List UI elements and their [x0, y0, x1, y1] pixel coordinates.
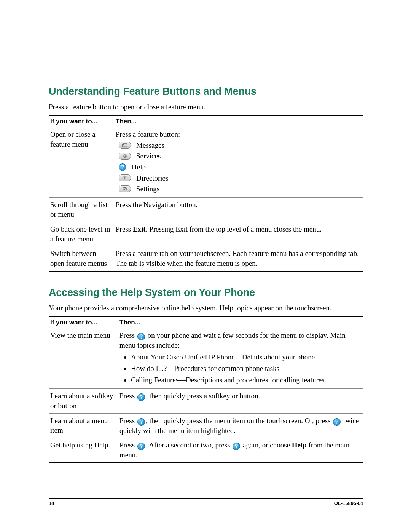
- col-header-then: Then...: [118, 316, 363, 328]
- want-cell: Get help using Help: [49, 438, 118, 463]
- feature-btn-directories: Directories: [119, 173, 361, 183]
- col-header-want: If you want to...: [49, 115, 114, 127]
- col-header-want: If you want to...: [49, 316, 118, 328]
- table-row: Get help using Help Press . After a seco…: [49, 438, 363, 463]
- table-row: Learn about a softkey or button Press , …: [49, 389, 363, 413]
- svg-rect-0: [123, 144, 127, 147]
- then-mid: . After a second or two, press: [146, 441, 232, 449]
- help-topics-list: About Your Cisco Unified IP Phone—Detail…: [119, 352, 361, 385]
- feature-btn-label: Directories: [136, 173, 168, 183]
- feature-btn-messages: Messages: [119, 141, 361, 150]
- then-cell: Press , then quickly press the menu item…: [118, 413, 363, 438]
- services-icon: [119, 153, 131, 160]
- table-row: Switch between open feature menus Press …: [49, 246, 363, 271]
- svg-point-8: [141, 448, 142, 449]
- table-row: Scroll through a list or menu Press the …: [49, 197, 363, 222]
- table-row: Learn about a menu item Press , then qui…: [49, 413, 363, 438]
- svg-rect-3: [123, 188, 126, 190]
- want-cell: Switch between open feature menus: [49, 246, 114, 271]
- feature-btn-help: Help: [119, 162, 361, 172]
- then-cell: Press a feature button: Messages Service…: [114, 127, 363, 198]
- then-lead: Press a feature button:: [116, 129, 361, 139]
- feature-btn-services: Services: [119, 151, 361, 161]
- table-row: Go back one level in a feature menu Pres…: [49, 222, 363, 246]
- then-pre: Press: [119, 392, 137, 400]
- help-icon: [137, 333, 145, 340]
- then-post: , then quickly press a softkey or button…: [146, 392, 260, 400]
- page-footer: 14 OL-15895-01: [49, 498, 363, 506]
- help-system-table: If you want to... Then... View the main …: [49, 316, 363, 463]
- svg-point-5: [141, 399, 142, 399]
- help-icon: [137, 418, 145, 426]
- feature-btn-label: Services: [136, 151, 161, 161]
- help-icon: [119, 163, 126, 171]
- svg-point-9: [236, 448, 237, 449]
- help-icon: [333, 418, 341, 426]
- page-number: 14: [49, 500, 54, 506]
- messages-icon: [119, 142, 131, 149]
- section-heading: Accessing the Help System on Your Phone: [49, 287, 363, 299]
- want-cell: Go back one level in a feature menu: [49, 222, 114, 246]
- want-cell: View the main menu: [49, 328, 118, 389]
- col-header-then: Then...: [114, 115, 363, 127]
- then-mid: , then quickly press the menu item on th…: [146, 417, 332, 425]
- feature-buttons-table: If you want to... Then... Open or close …: [49, 115, 363, 272]
- want-cell: Learn about a menu item: [49, 413, 118, 438]
- then-bold: Help: [292, 441, 307, 449]
- then-pre: Press: [116, 225, 133, 233]
- then-post: on your phone and wait a few seconds for…: [119, 331, 346, 349]
- feature-btn-label: Help: [132, 162, 146, 172]
- then-pre: Press: [119, 417, 137, 425]
- then-pre: Press: [119, 441, 137, 449]
- list-item: Calling Features—Descriptions and proced…: [131, 375, 361, 385]
- feature-btn-label: Messages: [136, 141, 164, 150]
- then-cell: Press Exit. Pressing Exit from the top l…: [114, 222, 363, 246]
- then-cell: Press on your phone and wait a few secon…: [118, 328, 363, 389]
- settings-icon: [119, 185, 131, 192]
- then-cell: Press a feature tab on your touchscreen.…: [114, 246, 363, 271]
- svg-point-7: [337, 423, 338, 424]
- then-cell: Press . After a second or two, press aga…: [118, 438, 363, 463]
- section-intro: Your phone provides a comprehensive onli…: [49, 304, 363, 312]
- list-item: About Your Cisco Unified IP Phone—Detail…: [131, 352, 361, 362]
- help-icon: [137, 393, 145, 401]
- svg-point-4: [141, 338, 142, 339]
- help-icon: [233, 443, 240, 450]
- want-cell: Scroll through a list or menu: [49, 197, 114, 222]
- section-heading: Understanding Feature Buttons and Menus: [49, 86, 363, 97]
- help-icon: [137, 443, 145, 450]
- then-post: . Pressing Exit from the top level of a …: [146, 225, 322, 233]
- then-post1: again, or choose: [241, 441, 292, 449]
- directories-icon: [119, 174, 131, 181]
- table-row: Open or close a feature menu Press a fea…: [49, 127, 363, 198]
- want-cell: Open or close a feature menu: [49, 127, 114, 198]
- svg-point-2: [122, 168, 123, 169]
- then-bold: Exit: [133, 225, 146, 233]
- want-cell: Learn about a softkey or button: [49, 389, 118, 413]
- feature-btn-label: Settings: [136, 184, 159, 194]
- then-cell: Press , then quickly press a softkey or …: [118, 389, 363, 413]
- feature-btn-settings: Settings: [119, 184, 361, 194]
- then-pre: Press: [119, 331, 137, 339]
- then-cell: Press the Navigation button.: [114, 197, 363, 222]
- section-intro: Press a feature button to open or close …: [49, 103, 363, 111]
- doc-id: OL-15895-01: [334, 500, 363, 506]
- svg-point-6: [141, 423, 142, 424]
- table-row: View the main menu Press on your phone a…: [49, 328, 363, 389]
- list-item: How do I...?—Procedures for common phone…: [131, 364, 361, 374]
